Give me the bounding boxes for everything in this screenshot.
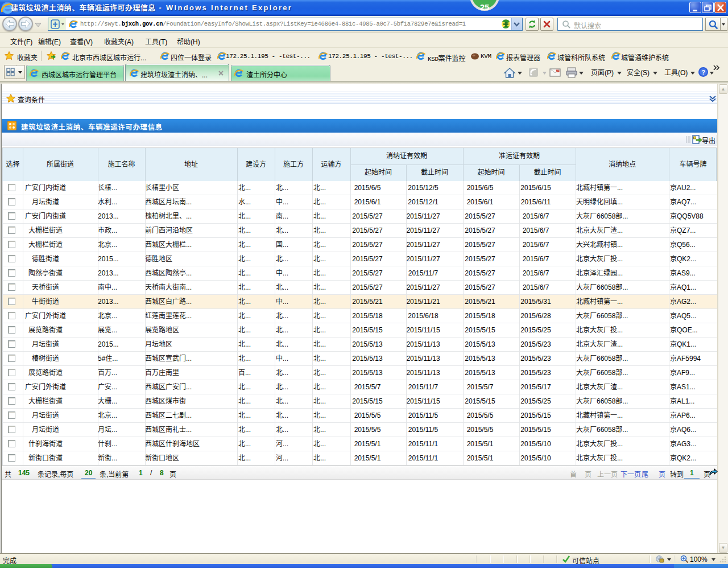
svg-text:?: ? bbox=[701, 69, 705, 76]
